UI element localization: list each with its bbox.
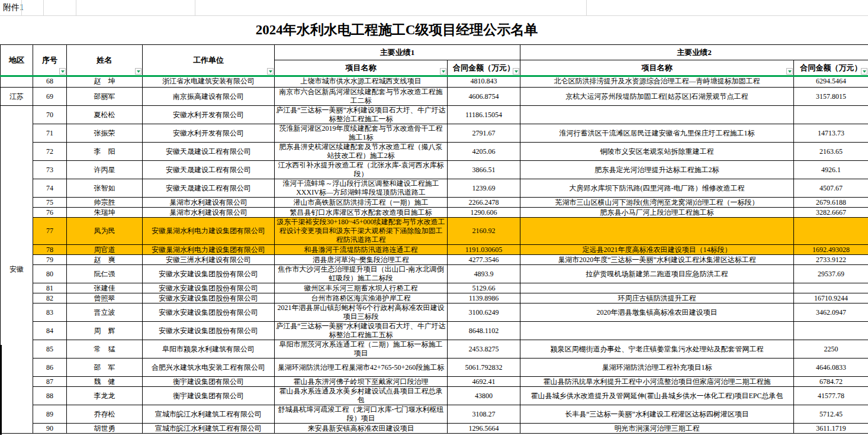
- cell-project1[interactable]: 霍山县水系连通及水美乡村建设试点县项目工程总承包: [275, 387, 448, 405]
- cell-amount1[interactable]: 5129.66: [448, 283, 520, 293]
- cell-amount1[interactable]: 4692.41: [448, 377, 520, 387]
- cell-employer[interactable]: 安徽水安建设集团股份有限公司: [143, 293, 275, 303]
- filter-button[interactable]: [786, 68, 793, 75]
- cell-amount1[interactable]: 1296.5664: [448, 424, 520, 434]
- col-header-employer[interactable]: 工作单位: [143, 45, 275, 76]
- cell-name[interactable]: 朱瑞坤: [67, 208, 143, 218]
- cell-employer[interactable]: 安徽水安建设集团股份有限公司: [143, 303, 275, 322]
- cell-amount2[interactable]: 4926.1: [794, 161, 868, 179]
- cell-amount2[interactable]: [794, 218, 868, 245]
- filter-button[interactable]: [861, 68, 867, 75]
- cell-amount2[interactable]: 41577.78: [794, 387, 868, 405]
- cell-amount1[interactable]: 4277.3546: [448, 255, 520, 265]
- cell-amount2[interactable]: 4646.0833: [794, 359, 868, 377]
- col-group-perf1[interactable]: 主要业绩1: [275, 45, 520, 60]
- cell-amount1[interactable]: 2453.8275: [448, 340, 520, 359]
- cell-project1[interactable]: 肥东县淠史杭灌区续建配套及节水改造工程（撮八泵站技改工程）施工2标: [275, 143, 448, 161]
- cell-amount1[interactable]: 2791.67: [448, 124, 520, 143]
- cell-project2[interactable]: 明光市涧溪河治理三期工程: [520, 424, 794, 434]
- cell-serial[interactable]: 83: [33, 303, 67, 322]
- cell-employer[interactable]: 安徽水安建设集团股份有限公司: [143, 265, 275, 283]
- cell-project1[interactable]: 淮河干流蚌埠～浮山段行洪区调整和建设工程施工XXXIV标—方邱湖蚌埠段堤顶防汛道…: [275, 179, 448, 198]
- cell-serial[interactable]: 69: [33, 88, 67, 106]
- col-header-serial[interactable]: 序号: [33, 45, 67, 76]
- filter-button[interactable]: [267, 68, 274, 75]
- cell-amount2[interactable]: 3282.6667: [794, 208, 868, 218]
- cell-project2[interactable]: 铜陵市义安区老观泵站拆除重建工程: [520, 143, 794, 161]
- col-header-project2[interactable]: 项目名称: [520, 60, 794, 76]
- cell-name[interactable]: 张智如: [67, 179, 143, 198]
- cell-amount2[interactable]: 4507.67: [794, 179, 868, 198]
- cell-serial[interactable]: 81: [33, 283, 67, 293]
- cell-amount2[interactable]: 1692.493028: [794, 245, 868, 255]
- cell-name[interactable]: 张振荣: [67, 124, 143, 143]
- cell-serial[interactable]: 71: [33, 124, 67, 143]
- cell-employer[interactable]: 浙江省水电建筑安装有限公司: [143, 76, 275, 88]
- filter-button[interactable]: [440, 68, 446, 75]
- cell-project1[interactable]: 2021年泗县屏山镇彭鲍村等6个行政村高标准农田建设项目三标段: [275, 303, 448, 322]
- cell-project2[interactable]: 巢湖环湖防洪治理工程补充项目1标: [520, 359, 794, 377]
- cell-amount1[interactable]: 4606.8754: [448, 88, 520, 106]
- cell-name[interactable]: 赵 坤: [67, 76, 143, 88]
- cell-name[interactable]: 李 阳: [67, 143, 143, 161]
- cell-employer[interactable]: 安徽巢湖水利电力建设集团有限公司: [143, 218, 275, 245]
- cell-employer[interactable]: 安徽巢湖水利电力建设集团有限公司: [143, 245, 275, 255]
- col-header-region[interactable]: 地区: [1, 45, 33, 76]
- cell-name[interactable]: 帅宗胜: [67, 198, 143, 208]
- cell-employer[interactable]: 衡宇建设集团有限公司: [143, 387, 275, 405]
- cell-name[interactable]: 邵 军: [67, 359, 143, 377]
- cell-amount2[interactable]: [794, 283, 868, 293]
- cell-amount2[interactable]: 2163.65: [794, 143, 868, 161]
- cell-employer[interactable]: 安徽水利开发有限公司: [143, 106, 275, 124]
- cell-project1[interactable]: 庐江县“三达标一美丽”水利建设项目石大圩、牛广圩达标整治工程施工五标: [275, 322, 448, 340]
- cell-serial[interactable]: 73: [33, 161, 67, 179]
- cell-name[interactable]: 夏松松: [67, 106, 143, 124]
- cell-project2[interactable]: 巢湖市2020年度“三达标一美丽”水利建设工程沐集灌区达标工程: [520, 255, 794, 265]
- cell-project1[interactable]: 潜山市高铁新区防洪排涝工程（一期）施工: [275, 198, 448, 208]
- cell-project2[interactable]: 颍泉区周棚街道办事处、宁老庄镇姜堂集污水处理站及配套管网工程: [520, 340, 794, 359]
- cell-employer[interactable]: 安徽水安建设集团股份有限公司: [143, 283, 275, 293]
- cell-project1[interactable]: 庐江县“三达标一美丽”水利建设项目石大圩、牛广圩达标整治工程施工一标: [275, 106, 448, 124]
- cell-serial[interactable]: 70: [33, 106, 67, 124]
- cell-amount2[interactable]: 6294.5464: [794, 76, 868, 88]
- cell-serial[interactable]: 75: [33, 198, 67, 208]
- cell-serial[interactable]: 86: [33, 359, 67, 377]
- cell-employer[interactable]: 巢湖市水利建设有限公司: [143, 198, 275, 208]
- cell-name[interactable]: 阮仁强: [67, 265, 143, 283]
- cell-project2[interactable]: [520, 283, 794, 293]
- cell-project1[interactable]: 舒城县杭埠河疏浚工程（龙河口水库-七门堰水利枢纽段）项目: [275, 405, 448, 424]
- cell-project2[interactable]: [520, 218, 794, 245]
- cell-employer[interactable]: 安徽水安建设集团股份有限公司: [143, 322, 275, 340]
- cell-project1[interactable]: 焦作市大沙河生态治理提升项目（出山口-南水北调倒虹吸段）施工二标段: [275, 265, 448, 283]
- cell-amount1[interactable]: 8648.1102: [448, 322, 520, 340]
- cell-name[interactable]: 魏 健: [67, 377, 143, 387]
- cell-project2[interactable]: 霍山县防汛抗旱水利提升工程中小河流整治项目但家庙河治理二期工程施: [520, 377, 794, 387]
- cell-amount1[interactable]: 1239.69: [448, 179, 520, 198]
- cell-employer[interactable]: 阜阳市颍泉水利建筑有限公司: [143, 340, 275, 359]
- cell-employer[interactable]: 宣城市皖江水利建筑工程有限公司: [143, 405, 275, 424]
- cell-project1[interactable]: 繁昌县钌口水库灌区节水配套改造项目施工标: [275, 208, 448, 218]
- cell-region-merged[interactable]: 安徽: [1, 106, 33, 434]
- cell-project1[interactable]: 和县滁河干流堤防防汛道路连通工程: [275, 245, 448, 255]
- cell-serial[interactable]: 77: [33, 218, 67, 245]
- cell-amount1[interactable]: 4810.843: [448, 76, 520, 88]
- cell-serial[interactable]: 89: [33, 405, 67, 424]
- cell-employer[interactable]: 安徽天晟建设工程有限公司: [143, 179, 275, 198]
- cell-project2[interactable]: 环周庄古镇防洪提升工程: [520, 293, 794, 303]
- cell-serial[interactable]: 78: [33, 245, 67, 255]
- cell-employer[interactable]: 南京振高建设有限公司: [143, 88, 275, 106]
- cell-name[interactable]: 胡世勇: [67, 424, 143, 434]
- cell-project2[interactable]: 肥东县小马厂河上段治理工程施工标: [520, 208, 794, 218]
- cell-amount2[interactable]: 14713.73: [794, 124, 868, 143]
- cell-project2[interactable]: [520, 106, 794, 124]
- cell-region[interactable]: 江苏: [1, 88, 33, 106]
- cell-amount2[interactable]: 2250: [794, 340, 868, 359]
- cell-name[interactable]: 周官道: [67, 245, 143, 255]
- cell-project2[interactable]: 2020年泗县墩集镇高标准农田建设项目: [520, 303, 794, 322]
- cell-employer[interactable]: 安徽天晟建设工程有限公司: [143, 143, 275, 161]
- col-group-perf2[interactable]: 主要业绩2: [520, 45, 868, 60]
- cell-project1[interactable]: 上饶市城市供水水源工程城西支线项目: [275, 76, 448, 88]
- cell-region[interactable]: [1, 76, 33, 88]
- cell-name[interactable]: 张建佳: [67, 283, 143, 293]
- cell-project1[interactable]: 台州市路桥区海滨渔港护岸工程: [275, 293, 448, 303]
